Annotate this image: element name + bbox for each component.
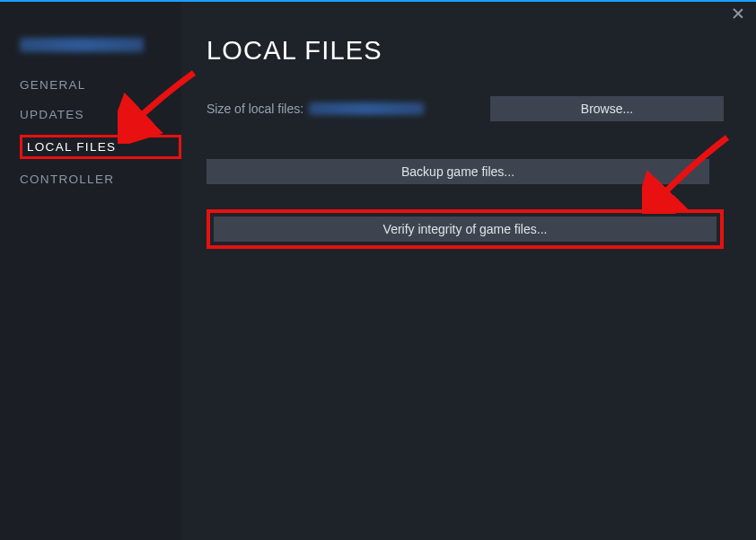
backup-button-label: Backup game files...	[401, 164, 514, 179]
content-container: GENERAL UPDATES LOCAL FILES CONTROLLER L…	[0, 2, 756, 540]
size-row: Size of local files: Browse...	[207, 96, 724, 121]
sidebar-item-local-files[interactable]: LOCAL FILES	[20, 135, 181, 159]
browse-button[interactable]: Browse...	[490, 96, 724, 121]
main-panel: LOCAL FILES Size of local files: Browse.…	[181, 2, 756, 540]
browse-button-label: Browse...	[581, 102, 633, 116]
sidebar-item-updates[interactable]: UPDATES	[20, 105, 181, 124]
verify-highlight-box: Verify integrity of game files...	[207, 209, 724, 249]
size-label: Size of local files:	[207, 102, 303, 116]
sidebar: GENERAL UPDATES LOCAL FILES CONTROLLER	[0, 2, 181, 540]
verify-button[interactable]: Verify integrity of game files...	[214, 217, 716, 242]
backup-button[interactable]: Backup game files...	[207, 159, 709, 184]
size-value-redacted	[309, 102, 424, 115]
sidebar-item-general[interactable]: GENERAL	[20, 75, 181, 94]
game-title-redacted	[20, 38, 144, 52]
close-icon[interactable]	[731, 7, 745, 22]
page-title: LOCAL FILES	[207, 36, 724, 66]
sidebar-item-controller[interactable]: CONTROLLER	[20, 170, 181, 189]
verify-button-label: Verify integrity of game files...	[383, 222, 548, 236]
